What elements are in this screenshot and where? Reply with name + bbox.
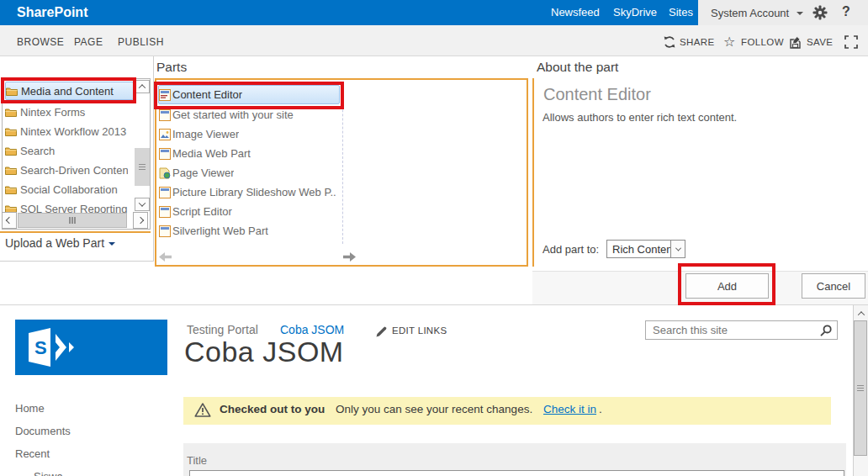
category-item[interactable]: Social Collaboration <box>5 180 134 198</box>
warning-icon <box>194 402 211 421</box>
status-title: Checked out to you <box>220 403 325 415</box>
help-button[interactable]: ? <box>842 4 850 19</box>
suite-link-newsfeed[interactable]: Newsfeed <box>551 6 600 19</box>
about-heading: About the part <box>537 60 618 75</box>
settings-gear-icon[interactable] <box>812 5 828 24</box>
categories-vscroll-thumb[interactable] <box>135 148 150 186</box>
categories-scroll-down-button[interactable] <box>135 198 150 211</box>
status-message: Only you can see your recent changes. <box>336 403 532 415</box>
title-input[interactable] <box>189 470 844 476</box>
save-button[interactable]: SAVE <box>807 37 833 47</box>
image-viewer-icon <box>159 129 171 140</box>
categories-hscroll-thumb[interactable] <box>18 213 127 228</box>
add-part-to-dropdown[interactable]: Rich Content <box>606 240 685 258</box>
save-icon[interactable] <box>789 36 802 53</box>
category-item[interactable]: Search <box>5 141 134 160</box>
folder-icon <box>5 108 17 117</box>
part-item[interactable]: Media Web Part <box>159 144 251 163</box>
ribbon-tab-publish[interactable]: PUBLISH <box>118 36 164 48</box>
svg-text:S: S <box>34 337 47 358</box>
categories-scroll-right-button[interactable] <box>133 212 148 229</box>
sidebar-item-documents[interactable]: Documents <box>15 425 71 437</box>
search-icon[interactable] <box>819 324 833 341</box>
categories-listbox: Media and Content Nintex Forms Nintex Wo… <box>2 78 151 230</box>
category-item-media-and-content[interactable]: Media and Content <box>5 82 134 100</box>
web-part-icon <box>159 206 171 218</box>
check-it-in-link[interactable]: Check it in <box>543 403 596 415</box>
folder-icon <box>5 127 17 136</box>
about-panel-border <box>532 78 534 267</box>
folder-icon <box>5 166 17 175</box>
sharepoint-window: SharePoint Newsfeed SkyDrive Sites Syste… <box>0 0 868 476</box>
dropdown-chevron-icon[interactable] <box>670 241 685 257</box>
ribbon-tab-page[interactable]: PAGE <box>74 36 103 48</box>
follow-button[interactable]: FOLLOW <box>741 37 784 47</box>
part-item[interactable]: Script Editor <box>159 202 232 221</box>
add-button[interactable]: Add <box>685 273 769 299</box>
follow-star-icon[interactable]: ☆ <box>723 34 735 50</box>
title-field-label: Title <box>187 454 207 467</box>
edit-links-pencil-icon[interactable] <box>376 325 387 341</box>
search-input[interactable] <box>646 321 818 339</box>
web-part-icon <box>159 225 171 237</box>
breadcrumb-portal-link[interactable]: Testing Portal <box>187 323 258 336</box>
cancel-button[interactable]: Cancel <box>802 273 865 299</box>
content-editor-icon <box>159 89 171 101</box>
focus-on-content-icon[interactable] <box>844 34 859 53</box>
web-part-icon <box>159 187 171 198</box>
parts-page-left-arrow[interactable] <box>159 250 172 265</box>
about-part-name: Content Editor <box>543 85 651 104</box>
folder-icon <box>5 146 17 156</box>
sidebar-item-home[interactable]: Home <box>15 402 45 415</box>
web-part-icon <box>159 109 171 121</box>
sharepoint-brand: SharePoint <box>17 5 87 20</box>
suite-link-skydrive[interactable]: SkyDrive <box>613 6 657 19</box>
part-item[interactable]: Page Viewer <box>159 163 234 182</box>
folder-icon <box>5 185 17 194</box>
part-item[interactable]: Image Viewer <box>159 124 239 144</box>
page-scroll-up-button[interactable] <box>855 308 867 320</box>
about-part-description: Allows authors to enter rich text conten… <box>542 111 737 124</box>
ribbon-tab-browse[interactable]: BROWSE <box>17 36 64 48</box>
breadcrumb-site-link[interactable]: Coba JSOM <box>280 323 344 336</box>
share-icon[interactable] <box>663 35 676 52</box>
categories-divider <box>0 231 151 233</box>
web-part-icon <box>159 148 171 160</box>
page-viewer-icon <box>159 167 171 179</box>
status-suffix: . <box>599 403 602 415</box>
parts-page-right-arrow[interactable] <box>343 250 356 265</box>
category-item[interactable]: Search-Driven Content <box>5 161 134 179</box>
sharepoint-site-logo[interactable]: S <box>15 320 167 375</box>
categories-scroll-up-button[interactable] <box>135 80 150 93</box>
share-button[interactable]: SHARE <box>680 37 715 47</box>
page-scroll-thumb[interactable] <box>854 320 867 456</box>
category-item[interactable]: Nintex Workflow 2013 <box>5 122 134 140</box>
part-item[interactable]: Picture Library Slideshow Web P.. <box>159 182 336 202</box>
account-menu[interactable]: System Account <box>711 7 789 19</box>
account-caret-icon[interactable] <box>797 12 803 15</box>
part-item-content-editor[interactable]: Content Editor <box>158 85 340 104</box>
sidebar-item-recent[interactable]: Recent <box>15 447 50 460</box>
site-search-box <box>645 320 838 340</box>
upload-caret-icon <box>108 242 115 246</box>
categories-scroll-left-button[interactable] <box>2 212 17 229</box>
folder-icon <box>6 87 18 96</box>
edit-links-button[interactable]: EDIT LINKS <box>392 325 447 336</box>
suite-link-sites[interactable]: Sites <box>669 6 693 19</box>
category-item[interactable]: Nintex Forms <box>5 103 134 121</box>
upload-web-part-menu[interactable]: Upload a Web Part <box>5 236 115 250</box>
part-item[interactable]: Silverlight Web Part <box>159 221 268 241</box>
picker-bottom-border <box>0 304 868 305</box>
add-part-to-label: Add part to: <box>542 243 599 256</box>
parts-heading: Parts <box>156 60 187 75</box>
parts-column-divider <box>342 84 343 244</box>
part-item[interactable]: Get started with your site <box>159 105 294 124</box>
page-title: Coba JSOM <box>184 336 344 368</box>
sidebar-item-siswa[interactable]: Siswa <box>34 470 63 476</box>
